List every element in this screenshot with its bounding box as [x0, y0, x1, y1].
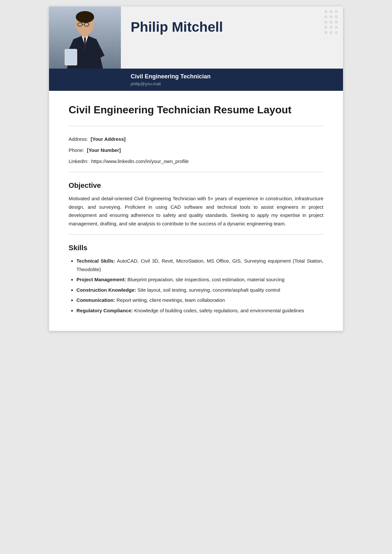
- dots-decoration: [325, 10, 339, 35]
- person-name: Philip Mitchell: [131, 19, 333, 35]
- skills-title: Skills: [69, 244, 323, 252]
- skill-item-compliance: Regulatory Compliance: Knowledge of buil…: [76, 306, 323, 315]
- skill-label-pm: Project Management:: [76, 277, 126, 282]
- skill-label-communication: Communication:: [76, 297, 115, 303]
- svg-point-2: [76, 11, 94, 23]
- dot: [325, 26, 327, 28]
- skill-item-pm: Project Management: Blueprint preparatio…: [76, 275, 323, 284]
- dot: [335, 16, 337, 18]
- header-dark-bar: Civil Engineering Technician philip@you.…: [121, 69, 343, 91]
- skill-label-construction: Construction Knowledge:: [76, 287, 136, 293]
- svg-rect-8: [66, 50, 76, 64]
- resume-page: Philip Mitchell: [49, 7, 343, 331]
- phone-label: Phone:: [69, 147, 84, 153]
- dot: [335, 10, 337, 13]
- linkedin-value: https://www.linkedin.com/in/your_own_pro…: [91, 158, 188, 164]
- profile-photo-container: [49, 7, 121, 69]
- dot: [325, 21, 327, 23]
- dot: [335, 21, 337, 23]
- objective-section: Objective Motivated and detail-oriented …: [69, 181, 323, 228]
- linkedin-line: LinkedIn: https://www.linkedin.com/in/yo…: [69, 157, 323, 165]
- objective-title: Objective: [69, 181, 323, 190]
- divider-1: [69, 126, 323, 126]
- dot: [325, 31, 327, 34]
- skill-label-compliance: Regulatory Compliance:: [76, 308, 133, 313]
- address-line: Address: [Your Address]: [69, 135, 323, 143]
- address-label: Address:: [69, 136, 88, 142]
- skill-text-construction: Site layout, soil testing, surveying, co…: [138, 287, 280, 293]
- skill-text-compliance: Knowledge of building codes, safety regu…: [134, 308, 304, 313]
- skill-label-technical: Technical Skills:: [76, 258, 115, 264]
- phone-value: [Your Number]: [87, 147, 121, 153]
- skill-text-pm: Blueprint preparation, site inspections,…: [127, 277, 285, 282]
- main-content: Civil Engineering Technician Resume Layo…: [49, 91, 343, 331]
- header: Philip Mitchell: [49, 7, 343, 91]
- dot: [335, 26, 337, 28]
- phone-line: Phone: [Your Number]: [69, 146, 323, 154]
- dot: [330, 26, 332, 28]
- dot: [335, 31, 337, 34]
- address-value: [Your Address]: [91, 136, 126, 142]
- objective-text: Motivated and detail-oriented Civil Engi…: [69, 194, 323, 228]
- divider-3: [69, 234, 323, 235]
- skills-section: Skills Technical Skills: AutoCAD, Civil …: [69, 244, 323, 315]
- photo-placeholder: [49, 7, 121, 69]
- skills-list: Technical Skills: AutoCAD, Civil 3D, Rev…: [69, 257, 323, 315]
- dot: [330, 16, 332, 18]
- resume-main-title: Civil Engineering Technician Resume Layo…: [69, 104, 323, 116]
- skill-text-communication: Report writing, client meetings, team co…: [117, 297, 225, 303]
- divider-2: [69, 172, 323, 172]
- dot: [325, 10, 327, 13]
- job-title: Civil Engineering Technician: [131, 73, 333, 80]
- email: philip@you.mail: [131, 81, 333, 86]
- linkedin-label: LinkedIn:: [69, 158, 89, 164]
- dot: [330, 21, 332, 23]
- contact-section: Address: [Your Address] Phone: [Your Num…: [69, 135, 323, 165]
- skill-item-construction: Construction Knowledge: Site layout, soi…: [76, 286, 323, 294]
- dot: [325, 16, 327, 18]
- dot: [330, 10, 332, 13]
- skill-item-technical: Technical Skills: AutoCAD, Civil 3D, Rev…: [76, 257, 323, 273]
- header-name-section: Philip Mitchell: [121, 7, 343, 69]
- skill-item-communication: Communication: Report writing, client me…: [76, 296, 323, 304]
- dot: [330, 31, 332, 34]
